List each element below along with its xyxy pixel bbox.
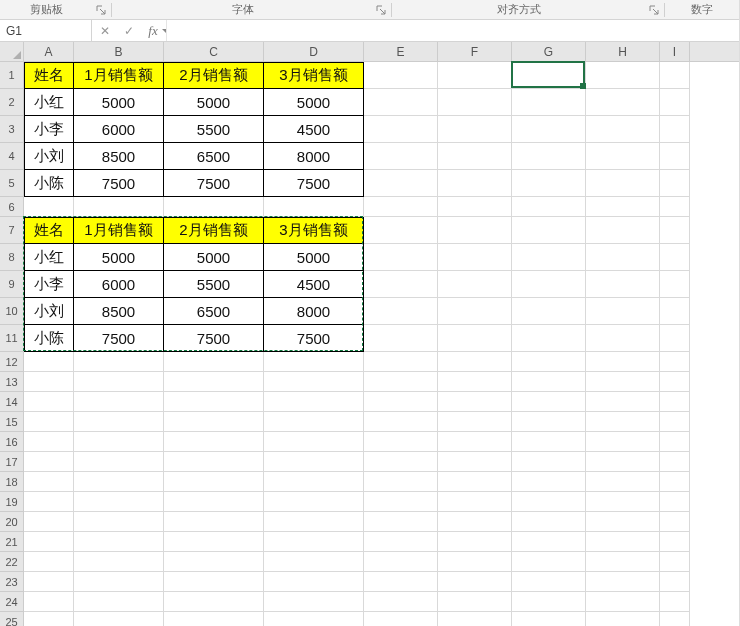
cell-G12[interactable] bbox=[512, 352, 586, 372]
cell-B23[interactable] bbox=[74, 572, 164, 592]
cell-D15[interactable] bbox=[264, 412, 364, 432]
row-header-13[interactable]: 13 bbox=[0, 372, 23, 392]
cell-F7[interactable] bbox=[438, 217, 512, 244]
cell-C21[interactable] bbox=[164, 532, 264, 552]
cell-H1[interactable] bbox=[586, 62, 660, 89]
cell-A15[interactable] bbox=[24, 412, 74, 432]
cell-G21[interactable] bbox=[512, 532, 586, 552]
cell-E5[interactable] bbox=[364, 170, 438, 197]
cell-D21[interactable] bbox=[264, 532, 364, 552]
cell-C6[interactable] bbox=[164, 197, 264, 217]
cell-G11[interactable] bbox=[512, 325, 586, 352]
cell-F6[interactable] bbox=[438, 197, 512, 217]
cell-G7[interactable] bbox=[512, 217, 586, 244]
cell-G25[interactable] bbox=[512, 612, 586, 626]
cell-G8[interactable] bbox=[512, 244, 586, 271]
cell-C13[interactable] bbox=[164, 372, 264, 392]
fx-icon[interactable]: fx bbox=[146, 24, 160, 38]
dialog-launcher-icon[interactable] bbox=[375, 4, 387, 16]
cell-F15[interactable] bbox=[438, 412, 512, 432]
cell-H17[interactable] bbox=[586, 452, 660, 472]
cell-B17[interactable] bbox=[74, 452, 164, 472]
cell-D2[interactable]: 5000 bbox=[264, 89, 364, 116]
row-header-10[interactable]: 10 bbox=[0, 298, 23, 325]
cell-H16[interactable] bbox=[586, 432, 660, 452]
cell-C14[interactable] bbox=[164, 392, 264, 412]
cell-C20[interactable] bbox=[164, 512, 264, 532]
col-header-D[interactable]: D bbox=[264, 42, 364, 62]
cell-E2[interactable] bbox=[364, 89, 438, 116]
cell-F23[interactable] bbox=[438, 572, 512, 592]
cell-E11[interactable] bbox=[364, 325, 438, 352]
cell-H20[interactable] bbox=[586, 512, 660, 532]
cell-H11[interactable] bbox=[586, 325, 660, 352]
cell-F22[interactable] bbox=[438, 552, 512, 572]
cell-F18[interactable] bbox=[438, 472, 512, 492]
cell-I10[interactable] bbox=[660, 298, 690, 325]
cell-I6[interactable] bbox=[660, 197, 690, 217]
cell-F4[interactable] bbox=[438, 143, 512, 170]
cell-B8[interactable]: 5000 bbox=[74, 244, 164, 271]
cell-C12[interactable] bbox=[164, 352, 264, 372]
row-header-1[interactable]: 1 bbox=[0, 62, 23, 89]
cancel-icon[interactable]: ✕ bbox=[98, 24, 112, 38]
row-header-22[interactable]: 22 bbox=[0, 552, 23, 572]
cell-G13[interactable] bbox=[512, 372, 586, 392]
cell-E14[interactable] bbox=[364, 392, 438, 412]
cell-H8[interactable] bbox=[586, 244, 660, 271]
cell-E1[interactable] bbox=[364, 62, 438, 89]
cell-A22[interactable] bbox=[24, 552, 74, 572]
cell-D5[interactable]: 7500 bbox=[264, 170, 364, 197]
cell-B6[interactable] bbox=[74, 197, 164, 217]
confirm-icon[interactable]: ✓ bbox=[122, 24, 136, 38]
cell-B4[interactable]: 8500 bbox=[74, 143, 164, 170]
cell-C3[interactable]: 5500 bbox=[164, 116, 264, 143]
cell-B25[interactable] bbox=[74, 612, 164, 626]
cell-F16[interactable] bbox=[438, 432, 512, 452]
cell-D11[interactable]: 7500 bbox=[264, 325, 364, 352]
row-header-20[interactable]: 20 bbox=[0, 512, 23, 532]
cell-I18[interactable] bbox=[660, 472, 690, 492]
cell-B11[interactable]: 7500 bbox=[74, 325, 164, 352]
row-header-18[interactable]: 18 bbox=[0, 472, 23, 492]
cell-D18[interactable] bbox=[264, 472, 364, 492]
cell-E24[interactable] bbox=[364, 592, 438, 612]
cell-G3[interactable] bbox=[512, 116, 586, 143]
cell-D10[interactable]: 8000 bbox=[264, 298, 364, 325]
cell-A4[interactable]: 小刘 bbox=[24, 143, 74, 170]
cell-H13[interactable] bbox=[586, 372, 660, 392]
sheet-grid[interactable]: ABCDEFGHI 123456789101112131415161718192… bbox=[0, 42, 739, 626]
cell-A10[interactable]: 小刘 bbox=[24, 298, 74, 325]
cell-I9[interactable] bbox=[660, 271, 690, 298]
cell-A1[interactable]: 姓名 bbox=[24, 62, 74, 89]
cell-C18[interactable] bbox=[164, 472, 264, 492]
cell-H25[interactable] bbox=[586, 612, 660, 626]
cell-H5[interactable] bbox=[586, 170, 660, 197]
cell-G2[interactable] bbox=[512, 89, 586, 116]
cell-I13[interactable] bbox=[660, 372, 690, 392]
cell-C2[interactable]: 5000 bbox=[164, 89, 264, 116]
cell-H22[interactable] bbox=[586, 552, 660, 572]
cell-E3[interactable] bbox=[364, 116, 438, 143]
cell-E12[interactable] bbox=[364, 352, 438, 372]
cell-C15[interactable] bbox=[164, 412, 264, 432]
cell-F2[interactable] bbox=[438, 89, 512, 116]
cell-D19[interactable] bbox=[264, 492, 364, 512]
cell-F19[interactable] bbox=[438, 492, 512, 512]
dialog-launcher-icon[interactable] bbox=[648, 4, 660, 16]
cell-D13[interactable] bbox=[264, 372, 364, 392]
cell-G16[interactable] bbox=[512, 432, 586, 452]
cell-G6[interactable] bbox=[512, 197, 586, 217]
cell-C9[interactable]: 5500 bbox=[164, 271, 264, 298]
row-header-12[interactable]: 12 bbox=[0, 352, 23, 372]
cell-I11[interactable] bbox=[660, 325, 690, 352]
cell-G15[interactable] bbox=[512, 412, 586, 432]
cell-F1[interactable] bbox=[438, 62, 512, 89]
cell-B22[interactable] bbox=[74, 552, 164, 572]
cell-E6[interactable] bbox=[364, 197, 438, 217]
formula-input[interactable] bbox=[167, 20, 739, 41]
cell-E21[interactable] bbox=[364, 532, 438, 552]
row-header-2[interactable]: 2 bbox=[0, 89, 23, 116]
row-header-7[interactable]: 7 bbox=[0, 217, 23, 244]
cell-G24[interactable] bbox=[512, 592, 586, 612]
